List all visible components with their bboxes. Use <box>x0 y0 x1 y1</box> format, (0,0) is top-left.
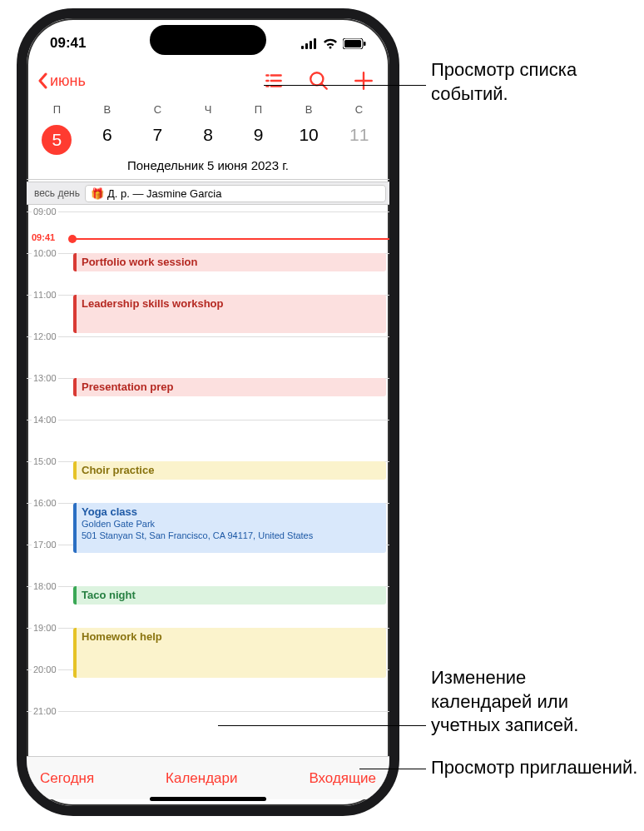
event-leadership[interactable]: Leadership skills workshop <box>73 295 386 333</box>
hour-label: 16:00 <box>32 498 58 508</box>
callout-calendars: Изменение календарей или учетных записей… <box>431 666 631 738</box>
allday-event[interactable]: 🎁 Д. р. — Jasmine Garcia <box>85 185 386 202</box>
timeline[interactable]: 09:00 09:41 10:00 11:00 12:00 13:00 14:0… <box>27 205 389 756</box>
callout-inbox: Просмотр приглашений. <box>431 756 637 780</box>
weekday-row: П В С Ч П В С <box>27 103 389 116</box>
callout-line <box>218 725 426 726</box>
svg-rect-2 <box>310 41 312 49</box>
event-presentation[interactable]: Presentation prep <box>73 378 386 396</box>
callout-list-view: Просмотр списка событий. <box>431 58 644 106</box>
notch <box>150 25 266 55</box>
date-cell-selected[interactable]: 5 <box>38 125 75 155</box>
date-row: 5 6 7 8 9 10 11 <box>27 125 389 155</box>
event-address: 501 Stanyan St, San Francisco, CA 94117,… <box>82 530 381 541</box>
date-cell[interactable]: 7 <box>139 125 176 155</box>
now-time-label: 09:41 <box>32 232 55 242</box>
home-indicator[interactable] <box>150 797 266 801</box>
allday-row: весь день 🎁 Д. р. — Jasmine Garcia <box>27 182 389 205</box>
weekday-label: В <box>104 103 111 116</box>
weekday-label: П <box>53 103 61 116</box>
gift-icon: 🎁 <box>91 187 104 200</box>
nav-bar: июнь <box>27 70 389 92</box>
event-yoga[interactable]: Yoga class Golden Gate Park 501 Stanyan … <box>73 503 386 553</box>
wifi-icon <box>323 38 338 49</box>
phone-frame: 09:41 июнь П В С Ч П В С 5 6 7 8 9 10 <box>17 8 399 816</box>
inbox-button[interactable]: Входящие <box>309 770 376 787</box>
hour-label: 21:00 <box>32 706 58 716</box>
weekday-label: Ч <box>205 103 212 116</box>
date-cell[interactable]: 8 <box>190 125 226 155</box>
hour-label: 13:00 <box>32 373 58 383</box>
svg-rect-1 <box>305 43 308 49</box>
status-time: 09:41 <box>50 35 86 52</box>
hour-label: 15:00 <box>32 456 58 466</box>
hour-label: 18:00 <box>32 581 58 591</box>
allday-event-title: Д. р. — Jasmine Garcia <box>107 187 221 200</box>
hour-label: 14:00 <box>32 415 58 425</box>
add-icon[interactable] <box>353 70 374 92</box>
callout-line <box>359 769 426 769</box>
callout-line <box>264 85 426 86</box>
weekday-label: П <box>255 103 262 116</box>
hour-label: 17:00 <box>32 540 58 550</box>
weekday-label: С <box>154 103 161 116</box>
chevron-left-icon <box>37 72 48 89</box>
date-cell[interactable]: 9 <box>240 125 277 155</box>
today-button[interactable]: Сегодня <box>40 770 94 787</box>
battery-icon <box>343 38 366 49</box>
list-view-icon[interactable] <box>263 70 285 92</box>
date-cell[interactable]: 11 <box>341 125 378 155</box>
date-cell[interactable]: 10 <box>290 125 327 155</box>
event-homework[interactable]: Homework help <box>73 628 386 678</box>
hour-label: 20:00 <box>32 664 58 674</box>
event-portfolio[interactable]: Portfolio work session <box>73 253 386 271</box>
weekday-label: С <box>355 103 363 116</box>
hour-label: 19:00 <box>32 623 58 633</box>
back-button[interactable]: июнь <box>37 72 86 90</box>
allday-label: весь день <box>27 187 85 199</box>
back-label: июнь <box>50 72 86 90</box>
search-icon[interactable] <box>308 70 329 92</box>
cellular-icon <box>301 38 318 49</box>
hour-label: 12:00 <box>32 331 58 341</box>
event-choir[interactable]: Choir practice <box>73 461 386 480</box>
bottom-toolbar: Сегодня Календари Входящие <box>27 756 389 799</box>
svg-rect-6 <box>364 42 366 46</box>
hour-label: 10:00 <box>32 248 58 258</box>
hour-label: 09:00 <box>32 207 58 216</box>
svg-rect-0 <box>301 46 304 49</box>
weekday-label: В <box>305 103 313 116</box>
full-date-label: Понедельник 5 июня 2023 г. <box>27 158 389 180</box>
event-location: Golden Gate Park <box>82 518 381 530</box>
hour-label: 11:00 <box>32 290 58 300</box>
svg-rect-5 <box>344 40 361 47</box>
now-indicator-line <box>73 238 389 240</box>
date-cell[interactable]: 6 <box>89 125 126 155</box>
event-taco[interactable]: Taco night <box>73 586 386 605</box>
svg-rect-3 <box>314 38 316 49</box>
calendars-button[interactable]: Календари <box>166 770 237 787</box>
